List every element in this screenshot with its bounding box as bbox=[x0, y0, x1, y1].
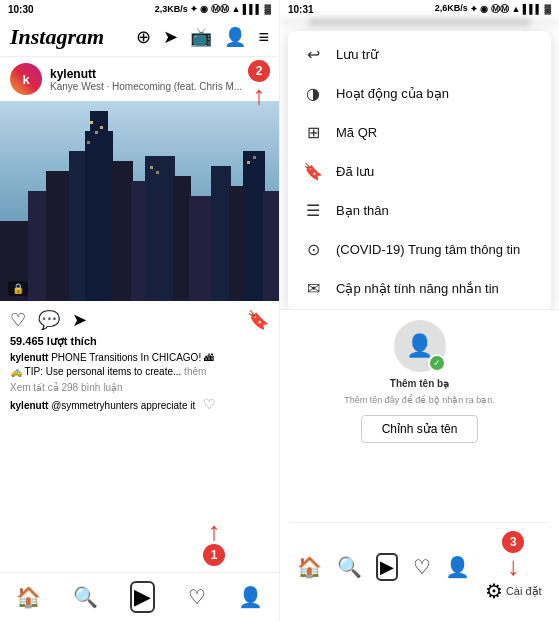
svg-rect-21 bbox=[156, 171, 159, 174]
archive-label: Lưu trữ bbox=[336, 47, 378, 62]
activity-label: Hoạt động của bạn bbox=[336, 86, 449, 101]
saved-label: Đã lưu bbox=[336, 164, 374, 179]
caption-text2: 🚕 TIP: Use personal items to create... bbox=[10, 366, 181, 377]
blurred-profile-header bbox=[280, 18, 559, 26]
svg-rect-15 bbox=[263, 191, 279, 301]
comment-heart[interactable]: ♡ bbox=[203, 396, 216, 412]
add-post-icon[interactable]: ⊕ bbox=[136, 26, 151, 48]
more-link[interactable]: thêm bbox=[184, 366, 206, 377]
svg-rect-2 bbox=[28, 191, 48, 301]
send-icon[interactable]: ➤ bbox=[163, 26, 178, 48]
close-friends-icon: ☰ bbox=[302, 201, 324, 220]
right-nav-heart-icon[interactable]: ♡ bbox=[413, 555, 431, 579]
add-friend-title: Thêm tên bạ bbox=[390, 378, 449, 389]
person-icon: 👤 bbox=[406, 333, 433, 359]
svg-rect-7 bbox=[111, 161, 133, 301]
menu-item-archive[interactable]: ↩ Lưu trữ bbox=[288, 35, 551, 74]
bookmark-icon[interactable]: 🔖 bbox=[247, 309, 269, 331]
caption-text: PHONE Transitions In CHICAGO! 🏙 bbox=[51, 352, 214, 363]
hamburger-icon[interactable]: ≡ bbox=[258, 27, 269, 48]
svg-rect-16 bbox=[90, 121, 93, 124]
svg-rect-9 bbox=[145, 156, 175, 301]
nav-home-icon[interactable]: 🏠 bbox=[16, 585, 41, 609]
add-friend-icon[interactable]: 👤 bbox=[224, 26, 246, 48]
archive-icon: ↩ bbox=[302, 45, 324, 64]
right-nav-reels-icon[interactable]: ▶ bbox=[376, 553, 398, 581]
avatar[interactable]: k bbox=[10, 63, 42, 95]
menu-item-covid[interactable]: ⊙ (COVID-19) Trung tâm thông tin bbox=[288, 230, 551, 269]
comments-link[interactable]: Xem tất cả 298 bình luận bbox=[0, 382, 279, 396]
post-actions: ♡ 💬 ➤ 🔖 bbox=[0, 301, 279, 335]
step3-number: 3 bbox=[502, 531, 524, 553]
right-bottom-nav: 🏠 🔍 ▶ ♡ 👤 3 ↓ ⚙ Cài đặt bbox=[290, 522, 549, 611]
igtv-icon[interactable]: 📺 bbox=[190, 26, 212, 48]
menu-item-close-friends[interactable]: ☰ Bạn thân bbox=[288, 191, 551, 230]
nav-profile-icon[interactable]: 👤 bbox=[238, 585, 263, 609]
right-top-section: 10:31 2,6KB/s ✦ ◉ ⓂⓂ ▲ ▌▌▌ ▓ ↩ Lưu trữ ◑… bbox=[280, 0, 559, 310]
nav-heart-icon[interactable]: ♡ bbox=[188, 585, 206, 609]
menu-item-qr[interactable]: ⊞ Mã QR bbox=[288, 113, 551, 152]
right-nav-search-icon[interactable]: 🔍 bbox=[337, 555, 362, 579]
svg-rect-10 bbox=[173, 176, 191, 301]
post-song: Kanye West · Homecoming (feat. Chris M..… bbox=[50, 81, 242, 92]
covid-label: (COVID-19) Trung tâm thông tin bbox=[336, 242, 520, 257]
bottom-nav: 🏠 🔍 ▶ ♡ 👤 bbox=[0, 572, 279, 621]
step2-arrow: ↑ bbox=[253, 82, 266, 108]
post-image: 🔒 bbox=[0, 101, 279, 301]
like-icon[interactable]: ♡ bbox=[10, 309, 26, 331]
svg-rect-6 bbox=[90, 111, 108, 141]
svg-rect-8 bbox=[131, 181, 147, 301]
saved-icon: 🔖 bbox=[302, 162, 324, 181]
qr-label: Mã QR bbox=[336, 125, 377, 140]
close-friends-label: Bạn thân bbox=[336, 203, 389, 218]
likes-count: 59.465 lượt thích bbox=[0, 335, 279, 351]
svg-rect-17 bbox=[95, 131, 98, 134]
step1-arrow: ↑ bbox=[208, 518, 221, 544]
right-nav-profile-icon[interactable]: 👤 bbox=[445, 555, 470, 579]
right-nav-home-icon[interactable]: 🏠 bbox=[297, 555, 322, 579]
svg-rect-11 bbox=[189, 196, 213, 301]
edit-name-button[interactable]: Chỉnh sửa tên bbox=[361, 415, 479, 443]
ig-header: Instagram ⊕ ➤ 📺 👤 ≡ bbox=[0, 18, 279, 57]
post-username[interactable]: kylenutt bbox=[50, 67, 242, 81]
menu-item-saved[interactable]: 🔖 Đã lưu bbox=[288, 152, 551, 191]
check-badge: ✓ bbox=[428, 354, 446, 372]
caption-username[interactable]: kylenutt bbox=[10, 352, 48, 363]
step2-indicator: 2 ↑ bbox=[248, 60, 270, 108]
post-header: k kylenutt Kanye West · Homecoming (feat… bbox=[0, 57, 279, 101]
settings-gear-icon[interactable]: ⚙ bbox=[485, 579, 503, 603]
right-bottom-section: 👤 ✓ Thêm tên bạ Thêm tên đây để đế bộ nh… bbox=[280, 310, 559, 621]
svg-rect-22 bbox=[247, 161, 250, 164]
menu-item-messenger[interactable]: ✉ Cập nhật tính năng nhắn tin bbox=[288, 269, 551, 308]
comment-text: @symmetryhunters appreciate it bbox=[51, 400, 195, 411]
share-icon[interactable]: ➤ bbox=[72, 309, 87, 331]
data-speed-left: 2,3KB/s bbox=[155, 4, 188, 14]
svg-rect-23 bbox=[253, 156, 256, 159]
add-friend-subtitle: Thêm tên đây để đế bộ nhận ra bạn. bbox=[344, 395, 495, 405]
status-bar-left: 10:30 2,3KB/s ✦ ◉ ⓂⓂ ▲ ▌▌▌ ▓ bbox=[0, 0, 279, 18]
caption: kylenutt PHONE Transitions In CHICAGO! 🏙… bbox=[0, 351, 279, 382]
comment-row: kylenutt @symmetryhunters appreciate it … bbox=[0, 396, 279, 415]
step2-number: 2 bbox=[248, 60, 270, 82]
svg-rect-5 bbox=[85, 131, 113, 301]
menu-item-activity[interactable]: ◑ Hoạt động của bạn bbox=[288, 74, 551, 113]
comment-icon[interactable]: 💬 bbox=[38, 309, 60, 331]
covid-icon: ⊙ bbox=[302, 240, 324, 259]
nav-search-icon[interactable]: 🔍 bbox=[73, 585, 98, 609]
profile-add-section: 👤 ✓ Thêm tên bạ Thêm tên đây để đế bộ nh… bbox=[290, 320, 549, 443]
step1-indicator: ↑ 1 bbox=[203, 518, 225, 566]
svg-rect-13 bbox=[229, 186, 245, 301]
right-panel: 10:31 2,6KB/s ✦ ◉ ⓂⓂ ▲ ▌▌▌ ▓ ↩ Lưu trữ ◑… bbox=[280, 0, 559, 621]
dropdown-menu: ↩ Lưu trữ ◑ Hoạt động của bạn ⊞ Mã QR 🔖 … bbox=[288, 31, 551, 310]
svg-rect-3 bbox=[46, 171, 71, 301]
nav-reels-icon[interactable]: ▶ bbox=[130, 581, 155, 613]
step3-indicator: 3 ↓ ⚙ Cài đặt bbox=[485, 531, 542, 603]
time-right: 10:31 bbox=[288, 4, 314, 15]
svg-rect-18 bbox=[100, 126, 103, 129]
lock-icon: 🔒 bbox=[8, 281, 28, 296]
commenter-username[interactable]: kylenutt bbox=[10, 400, 48, 411]
step3-arrow: ↓ bbox=[507, 553, 520, 579]
svg-rect-12 bbox=[211, 166, 231, 301]
status-bar-right: 10:31 2,6KB/s ✦ ◉ ⓂⓂ ▲ ▌▌▌ ▓ bbox=[280, 0, 559, 18]
data-speed-right: 2,6KB/s bbox=[435, 3, 468, 16]
